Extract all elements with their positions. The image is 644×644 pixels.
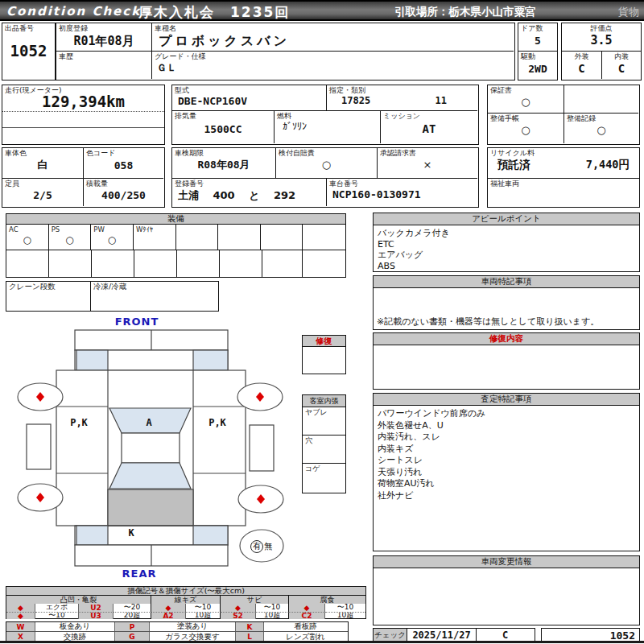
equip-empty-cell [176, 225, 219, 250]
transmission-cell: ミッション AT [381, 111, 477, 143]
assessment-panel: 査定特記事項 パワーウインドウ前席のみ 外装色褪せA、U 内装汚れ、スレ 内装キ… [373, 393, 640, 551]
appeal-items: バックカメラ付き ETC エアバッグ ABS [374, 225, 639, 274]
equip-ac-value: ○ [6, 234, 48, 246]
check-grade: C [477, 629, 534, 642]
equip-ac-label: AC [6, 225, 48, 234]
cabin-row-label: 穴 [303, 436, 345, 445]
legend-val: エクボ [35, 604, 79, 612]
recycle-values: 預託済 7,440円 [488, 158, 639, 172]
left-panel-mark: P,K [63, 417, 95, 428]
model-name-cell: 車種名 プロボックスバン [152, 23, 514, 52]
code-letter: K [236, 622, 264, 631]
repair-details-panel: 修復内容 [373, 332, 640, 390]
freezer-label: 冷凍/冷蔵 [91, 282, 218, 291]
approval-label: 承認請求書 [378, 148, 477, 158]
crane-cell: クレーン段数 [6, 282, 91, 311]
warranty-cell: 保証書 ○ [488, 85, 564, 114]
class-no2: 11 [436, 95, 447, 106]
legend-sym: ◆ [151, 604, 186, 612]
vehicle-notes-title: 車両特記事項 [374, 276, 639, 288]
exterior-label: 外装 [562, 52, 601, 61]
rear-label: REAR [99, 568, 180, 580]
top-bar: Condition Check 厚木入札会 1235回 引取場所：栃木県小山市粟… [0, 0, 644, 21]
interior-label: 内装 [602, 52, 641, 61]
cargo-tag: 貨物 [618, 5, 639, 19]
displacement-value: 1500CC [172, 121, 274, 137]
legend-val: 〜10 [325, 604, 365, 612]
exterior-cell: 外装 C [562, 52, 602, 79]
freezer-cell: 冷凍/冷蔵 [91, 282, 218, 311]
fuel-value: ｶﾞｿﾘﾝ [275, 121, 380, 132]
insurance-label: 検付自賠責 [276, 148, 377, 158]
history-cell: 車歴 [56, 52, 152, 79]
assessment-items: パワーウインドウ前席のみ 外装色褪せA、U 内装汚れ、スレ 内装キズ シートスレ… [374, 406, 639, 504]
score-label: 評価点 [562, 23, 641, 33]
transmission-value: AT [381, 121, 477, 137]
code-meaning: 塗装あり [150, 622, 236, 631]
front-label: FRONT [97, 316, 177, 328]
appeal-title: アピールポイント [374, 213, 639, 225]
vehicle-notes-panel: 車両特記事項 ※記載のない書類・機器等は無しとして取り扱います。 [373, 275, 640, 330]
legend-group-dent: 凸凹・亀裂 [6, 596, 151, 604]
approval-value: × [378, 158, 477, 171]
legend-title: 損傷記号＆損傷サイズ(〜最大cm) [6, 587, 365, 596]
interior-value: C [602, 61, 641, 75]
doors-label: ドア数 [518, 23, 557, 33]
recycle-fee: 7,440円 [586, 158, 630, 172]
symbol-code-table: W 板金あり P 塗装あり K 看板跡 X 交換跡 G ガラス交換要す L レン… [6, 621, 349, 642]
legend-sym: ◆ [289, 604, 325, 612]
legend-code: U3 [79, 612, 114, 620]
auction-condition-sheet: Condition Check 厚木入札会 1235回 引取場所：栃木県小山市粟… [0, 0, 644, 644]
drive-label: 駆動 [518, 52, 557, 61]
appeal-panel: アピールポイント バックカメラ付き ETC エアバッグ ABS [373, 213, 640, 272]
maintenance-record-cell: 整備記録 ○ [564, 114, 638, 143]
maintenance-book-label: 整備手帳 [488, 114, 564, 123]
model-name-label: 車種名 [152, 23, 514, 33]
front-left-corner [76, 350, 108, 370]
model-code-box: 型式 DBE-NCP160V 指定・類別 17825 11 排気量 1500CC… [171, 85, 479, 145]
history-label: 車歴 [56, 52, 151, 61]
legend-sym: ◆ [221, 604, 256, 612]
equipment-title: 装備 [6, 214, 345, 225]
rear-mark: K [115, 527, 147, 539]
doors-cell: ドア数 5 [518, 23, 557, 52]
repair-mini-box: 修復 [302, 335, 346, 374]
doors-drive-box: ドア数 5 駆動 2WD [518, 23, 558, 80]
legend-code: C2 [289, 612, 325, 620]
model-name-value: プロボックスバン [152, 33, 514, 50]
pickup-location: 引取場所：栃木県小山市粟宮 [394, 5, 536, 19]
lot-number-value: 1052 [2, 33, 55, 68]
drive-cell: 駆動 2WD [518, 52, 557, 79]
legend-group-scratch: 線キズ [151, 596, 221, 604]
cabin-row-burn: コゲ [303, 464, 345, 492]
recycle-label: リサイクル料 [488, 148, 639, 158]
legend-val: 〜20 [114, 604, 151, 612]
legend-val: 10超 [256, 612, 289, 620]
equipment-table: 装備 AC○ PS○ PW○ Wﾀｲﾔ [6, 213, 346, 278]
roof-shape [122, 433, 180, 463]
warranty-label: 保証書 [488, 85, 564, 95]
vehicle-header-box: 初度登録 R01年08月 車種名 プロボックスバン 車歴 グレード・仕様 ＧＬ [56, 23, 515, 80]
front-right-corner [193, 350, 228, 370]
legend-group-rust: サビ [221, 596, 289, 604]
first-registration-cell: 初度登録 R01年08月 [56, 23, 152, 52]
check-label: チェック [374, 629, 407, 642]
model-code-cell: 型式 DBE-NCP160V [172, 85, 327, 111]
repair-details-title: 修復内容 [374, 333, 639, 345]
cabin-row-label: コゲ [303, 464, 345, 473]
equip-pw-label: PW [91, 225, 133, 234]
maintenance-record-label: 整備記録 [564, 114, 638, 123]
equip-empty-cell [303, 225, 345, 250]
warranty-value: ○ [488, 95, 564, 108]
legend-val: 20超 [114, 612, 151, 620]
equip-ps-value: ○ [49, 234, 91, 246]
body-color-value: 白 [2, 158, 83, 172]
mileage-box: 走行(現メーター) 129,394km [2, 85, 165, 145]
welfare-cell: 福祉車両 [488, 179, 639, 206]
displacement-label: 排気量 [172, 111, 274, 121]
symbol-code-row-1: W 板金あり P 塗装あり K 看板跡 [6, 622, 348, 632]
cabin-interior-box: 客室内張 ヤブレ 穴 コゲ [302, 394, 346, 493]
grade-label: グレード・仕様 [152, 52, 514, 61]
legend-sym: ◆ [6, 612, 35, 620]
equip-empty-cell [218, 225, 261, 250]
